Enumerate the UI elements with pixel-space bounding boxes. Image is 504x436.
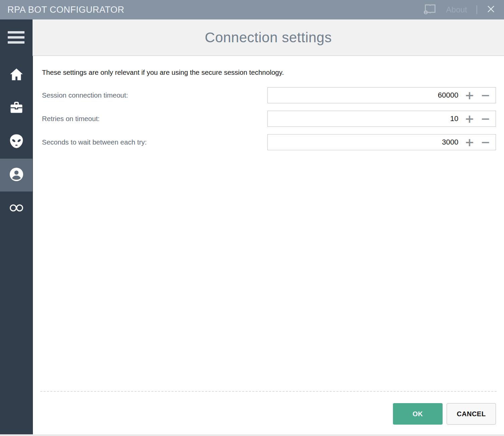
menu-icon	[8, 31, 24, 34]
infinity-icon	[8, 203, 24, 214]
briefcase-icon	[9, 100, 24, 116]
home-icon	[9, 67, 24, 84]
sidebar-nav	[0, 19, 33, 434]
app-title: RPA BOT CONFIGURATOR	[0, 5, 124, 15]
close-icon	[487, 5, 495, 15]
menu-icon	[8, 36, 24, 39]
wait-seconds-input[interactable]	[271, 138, 458, 147]
retries-input[interactable]	[271, 114, 458, 123]
decrement-button[interactable]: −	[481, 113, 491, 124]
increment-button[interactable]: +	[465, 113, 474, 124]
page-header: Connection settings	[33, 19, 504, 56]
window-bottom-border	[0, 434, 504, 436]
ok-button[interactable]: OK	[393, 403, 443, 425]
decrement-button[interactable]: −	[481, 90, 491, 101]
session-timeout-field: + −	[267, 87, 496, 103]
close-button[interactable]	[487, 5, 495, 15]
app-window: RPA BOT CONFIGURATOR About	[0, 0, 504, 436]
retries-label: Retries on timeout:	[42, 111, 230, 127]
page-title: Connection settings	[205, 30, 332, 46]
sidebar-item-jobs[interactable]	[0, 92, 33, 125]
person-icon	[8, 166, 24, 184]
menu-toggle-button[interactable]	[8, 31, 24, 44]
titlebar: RPA BOT CONFIGURATOR About	[0, 0, 504, 19]
footer-divider	[40, 391, 497, 392]
session-timeout-input[interactable]	[271, 91, 458, 100]
sidebar-item-home[interactable]	[0, 59, 33, 92]
sidebar-item-account[interactable]	[0, 159, 33, 192]
retries-field: + −	[267, 111, 496, 127]
increment-button[interactable]: +	[465, 137, 474, 148]
about-button[interactable]: About	[446, 5, 467, 14]
sidebar-item-bots[interactable]	[0, 125, 33, 158]
menu-icon	[8, 41, 24, 44]
sidebar-item-loop[interactable]	[0, 192, 33, 225]
increment-button[interactable]: +	[465, 90, 474, 101]
alien-icon	[8, 133, 24, 151]
cancel-button[interactable]: CANCEL	[447, 403, 496, 425]
settings-description: These settings are only relevant if you …	[42, 68, 284, 76]
titlebar-controls: About	[423, 0, 504, 19]
titlebar-divider	[476, 5, 477, 14]
book-info-icon	[423, 3, 437, 16]
help-book-button[interactable]	[423, 3, 437, 16]
wait-seconds-field: + −	[267, 134, 496, 150]
wait-seconds-label: Seconds to wait between each try:	[42, 134, 230, 150]
session-timeout-label: Session connection timeout:	[42, 87, 230, 103]
decrement-button[interactable]: −	[481, 137, 491, 148]
